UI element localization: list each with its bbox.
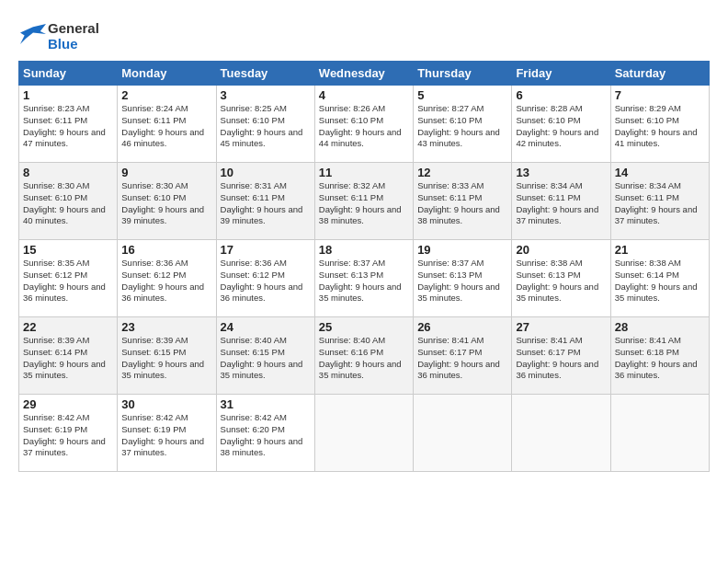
day-info: Sunrise: 8:30 AM Sunset: 6:10 PM Dayligh… xyxy=(23,180,113,227)
calendar-cell: 13Sunrise: 8:34 AM Sunset: 6:11 PM Dayli… xyxy=(512,163,610,240)
day-info: Sunrise: 8:31 AM Sunset: 6:11 PM Dayligh… xyxy=(221,180,311,227)
weekday-header-row: SundayMondayTuesdayWednesdayThursdayFrid… xyxy=(19,62,710,86)
day-info: Sunrise: 8:42 AM Sunset: 6:20 PM Dayligh… xyxy=(221,412,311,459)
day-info: Sunrise: 8:28 AM Sunset: 6:10 PM Dayligh… xyxy=(516,103,606,150)
day-number: 30 xyxy=(121,397,211,411)
day-number: 2 xyxy=(121,88,211,102)
day-info: Sunrise: 8:36 AM Sunset: 6:12 PM Dayligh… xyxy=(121,258,211,304)
day-info: Sunrise: 8:26 AM Sunset: 6:10 PM Dayligh… xyxy=(319,103,409,150)
day-number: 20 xyxy=(516,243,606,257)
calendar-cell: 28Sunrise: 8:41 AM Sunset: 6:18 PM Dayli… xyxy=(610,317,709,395)
weekday-header-saturday: Saturday xyxy=(610,62,709,86)
day-info: Sunrise: 8:40 AM Sunset: 6:15 PM Dayligh… xyxy=(221,335,311,382)
calendar-cell: 11Sunrise: 8:32 AM Sunset: 6:11 PM Dayli… xyxy=(314,163,413,240)
day-info: Sunrise: 8:42 AM Sunset: 6:19 PM Dayligh… xyxy=(23,412,113,459)
day-info: Sunrise: 8:36 AM Sunset: 6:12 PM Dayligh… xyxy=(221,258,311,304)
day-info: Sunrise: 8:29 AM Sunset: 6:10 PM Dayligh… xyxy=(615,103,705,150)
calendar-week-4: 22Sunrise: 8:39 AM Sunset: 6:14 PM Dayli… xyxy=(19,317,710,395)
day-number: 28 xyxy=(615,320,705,334)
day-number: 18 xyxy=(319,243,409,257)
day-info: Sunrise: 8:40 AM Sunset: 6:16 PM Dayligh… xyxy=(319,335,409,382)
svg-marker-0 xyxy=(20,24,46,44)
day-number: 13 xyxy=(516,166,606,179)
day-number: 17 xyxy=(221,243,311,257)
logo: General Blue xyxy=(18,20,99,52)
calendar-cell: 23Sunrise: 8:39 AM Sunset: 6:15 PM Dayli… xyxy=(118,317,216,395)
day-info: Sunrise: 8:41 AM Sunset: 6:17 PM Dayligh… xyxy=(516,335,606,382)
day-info: Sunrise: 8:27 AM Sunset: 6:10 PM Dayligh… xyxy=(417,103,507,150)
day-number: 3 xyxy=(221,88,311,102)
calendar-cell xyxy=(512,395,610,472)
calendar-body: 1Sunrise: 8:23 AM Sunset: 6:11 PM Daylig… xyxy=(19,86,710,472)
day-number: 31 xyxy=(221,397,311,411)
day-number: 26 xyxy=(417,320,507,334)
day-info: Sunrise: 8:39 AM Sunset: 6:15 PM Dayligh… xyxy=(121,335,211,382)
day-info: Sunrise: 8:35 AM Sunset: 6:12 PM Dayligh… xyxy=(23,258,113,304)
calendar-cell: 20Sunrise: 8:38 AM Sunset: 6:13 PM Dayli… xyxy=(512,240,610,317)
day-number: 5 xyxy=(417,88,507,102)
calendar-week-2: 8Sunrise: 8:30 AM Sunset: 6:10 PM Daylig… xyxy=(19,163,710,240)
logo-line2: Blue xyxy=(48,36,99,52)
day-info: Sunrise: 8:23 AM Sunset: 6:11 PM Dayligh… xyxy=(23,103,113,150)
calendar-cell: 26Sunrise: 8:41 AM Sunset: 6:17 PM Dayli… xyxy=(414,317,512,395)
calendar-cell: 14Sunrise: 8:34 AM Sunset: 6:11 PM Dayli… xyxy=(610,163,709,240)
calendar-cell xyxy=(610,395,709,472)
weekday-header-monday: Monday xyxy=(118,62,216,86)
calendar-cell: 3Sunrise: 8:25 AM Sunset: 6:10 PM Daylig… xyxy=(216,86,314,163)
day-info: Sunrise: 8:37 AM Sunset: 6:13 PM Dayligh… xyxy=(417,258,507,304)
logo-line1: General xyxy=(48,20,99,36)
calendar-cell: 9Sunrise: 8:30 AM Sunset: 6:10 PM Daylig… xyxy=(118,163,216,240)
day-number: 1 xyxy=(23,88,113,102)
calendar-cell: 7Sunrise: 8:29 AM Sunset: 6:10 PM Daylig… xyxy=(610,86,709,163)
day-number: 29 xyxy=(23,397,113,411)
day-number: 27 xyxy=(516,320,606,334)
calendar-table: SundayMondayTuesdayWednesdayThursdayFrid… xyxy=(18,61,710,472)
calendar-cell: 4Sunrise: 8:26 AM Sunset: 6:10 PM Daylig… xyxy=(314,86,413,163)
calendar-cell: 2Sunrise: 8:24 AM Sunset: 6:11 PM Daylig… xyxy=(118,86,216,163)
day-info: Sunrise: 8:34 AM Sunset: 6:11 PM Dayligh… xyxy=(516,180,606,227)
day-info: Sunrise: 8:24 AM Sunset: 6:11 PM Dayligh… xyxy=(121,103,211,150)
day-number: 6 xyxy=(516,88,606,102)
day-number: 14 xyxy=(615,166,705,179)
calendar-cell: 22Sunrise: 8:39 AM Sunset: 6:14 PM Dayli… xyxy=(19,317,118,395)
day-info: Sunrise: 8:25 AM Sunset: 6:10 PM Dayligh… xyxy=(221,103,311,150)
day-info: Sunrise: 8:34 AM Sunset: 6:11 PM Dayligh… xyxy=(615,180,705,227)
calendar-cell: 15Sunrise: 8:35 AM Sunset: 6:12 PM Dayli… xyxy=(19,240,118,317)
weekday-header-tuesday: Tuesday xyxy=(216,62,314,86)
day-info: Sunrise: 8:37 AM Sunset: 6:13 PM Dayligh… xyxy=(319,258,409,304)
day-number: 16 xyxy=(121,243,211,257)
day-number: 24 xyxy=(221,320,311,334)
day-number: 4 xyxy=(319,88,409,102)
calendar-cell: 17Sunrise: 8:36 AM Sunset: 6:12 PM Dayli… xyxy=(216,240,314,317)
day-number: 19 xyxy=(417,243,507,257)
day-info: Sunrise: 8:42 AM Sunset: 6:19 PM Dayligh… xyxy=(121,412,211,459)
weekday-header-sunday: Sunday xyxy=(19,62,118,86)
day-info: Sunrise: 8:39 AM Sunset: 6:14 PM Dayligh… xyxy=(23,335,113,382)
day-number: 11 xyxy=(319,166,409,179)
calendar-week-1: 1Sunrise: 8:23 AM Sunset: 6:11 PM Daylig… xyxy=(19,86,710,163)
page: General Blue SundayMondayTuesdayWednesda… xyxy=(0,0,728,563)
day-info: Sunrise: 8:38 AM Sunset: 6:14 PM Dayligh… xyxy=(615,258,705,304)
calendar-cell: 21Sunrise: 8:38 AM Sunset: 6:14 PM Dayli… xyxy=(610,240,709,317)
day-number: 21 xyxy=(615,243,705,257)
calendar-cell xyxy=(314,395,413,472)
day-info: Sunrise: 8:38 AM Sunset: 6:13 PM Dayligh… xyxy=(516,258,606,304)
calendar-cell: 5Sunrise: 8:27 AM Sunset: 6:10 PM Daylig… xyxy=(414,86,512,163)
day-info: Sunrise: 8:41 AM Sunset: 6:17 PM Dayligh… xyxy=(417,335,507,382)
day-info: Sunrise: 8:32 AM Sunset: 6:11 PM Dayligh… xyxy=(319,180,409,227)
day-number: 15 xyxy=(23,243,113,257)
calendar-cell: 24Sunrise: 8:40 AM Sunset: 6:15 PM Dayli… xyxy=(216,317,314,395)
day-info: Sunrise: 8:41 AM Sunset: 6:18 PM Dayligh… xyxy=(615,335,705,382)
day-info: Sunrise: 8:30 AM Sunset: 6:10 PM Dayligh… xyxy=(121,180,211,227)
calendar-cell: 18Sunrise: 8:37 AM Sunset: 6:13 PM Dayli… xyxy=(314,240,413,317)
calendar-week-5: 29Sunrise: 8:42 AM Sunset: 6:19 PM Dayli… xyxy=(19,395,710,472)
calendar-cell: 10Sunrise: 8:31 AM Sunset: 6:11 PM Dayli… xyxy=(216,163,314,240)
calendar-week-3: 15Sunrise: 8:35 AM Sunset: 6:12 PM Dayli… xyxy=(19,240,710,317)
calendar-cell xyxy=(414,395,512,472)
calendar-cell: 30Sunrise: 8:42 AM Sunset: 6:19 PM Dayli… xyxy=(118,395,216,472)
weekday-header-thursday: Thursday xyxy=(414,62,512,86)
calendar-cell: 12Sunrise: 8:33 AM Sunset: 6:11 PM Dayli… xyxy=(414,163,512,240)
calendar-cell: 16Sunrise: 8:36 AM Sunset: 6:12 PM Dayli… xyxy=(118,240,216,317)
day-number: 7 xyxy=(615,88,705,102)
day-number: 10 xyxy=(221,166,311,179)
